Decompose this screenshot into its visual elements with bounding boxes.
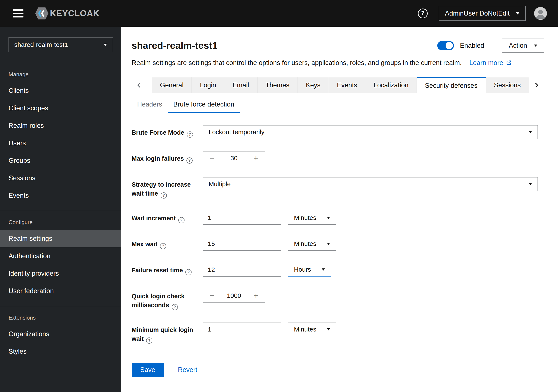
masthead: KEYCLOAK ? AdminUser DoNotEdit <box>0 0 558 27</box>
subtab-brute-force-detection[interactable]: Brute force detection <box>168 99 240 113</box>
wait-increment-input[interactable] <box>203 211 281 225</box>
action-dropdown-label: Action <box>509 42 527 50</box>
hamburger-menu-icon[interactable] <box>13 9 24 17</box>
page-description: Realm settings are settings that control… <box>132 58 462 67</box>
help-icon[interactable]: ? <box>178 217 184 223</box>
main-content: shared-realm-test1 Enabled Action Realm … <box>121 27 558 392</box>
form-row-quick-login-check: Quick login check milliseconds? − 1000 + <box>132 289 544 310</box>
tab-keys[interactable]: Keys <box>298 77 329 93</box>
user-menu-dropdown[interactable]: AdminUser DoNotEdit <box>439 6 526 21</box>
page-description-row: Realm settings are settings that control… <box>132 58 544 67</box>
tab-themes[interactable]: Themes <box>257 77 298 93</box>
sidebar-item-styles[interactable]: Styles <box>0 343 121 360</box>
failure-reset-time-unit-select[interactable]: Hours <box>288 263 331 276</box>
scroll-right-icon[interactable] <box>529 77 544 93</box>
wait-increment-unit-select[interactable]: Minutes <box>288 211 336 225</box>
brand-text: KEYCLOAK <box>50 8 99 18</box>
sub-tab-bar: Headers Brute force detection <box>132 99 544 113</box>
sidebar-item-clients[interactable]: Clients <box>0 82 121 100</box>
save-button[interactable]: Save <box>132 363 164 377</box>
field-label: Quick login check milliseconds? <box>132 289 203 310</box>
help-icon[interactable]: ? <box>146 337 152 344</box>
sidebar-item-organizations[interactable]: Organizations <box>0 325 121 343</box>
tab-security-defenses[interactable]: Security defenses <box>417 77 486 93</box>
minimum-quick-login-wait-unit-select[interactable]: Minutes <box>288 323 336 336</box>
minimum-quick-login-wait-input[interactable] <box>203 323 281 336</box>
sidebar-item-authentication[interactable]: Authentication <box>0 247 121 265</box>
chevron-down-icon <box>516 12 519 15</box>
field-label: Brute Force Mode? <box>132 125 203 138</box>
keycloak-logo: KEYCLOAK <box>35 6 99 21</box>
help-icon[interactable]: ? <box>172 304 178 310</box>
brute-force-mode-select[interactable]: Lockout temporarily <box>203 125 538 139</box>
nav-section-title: Extensions <box>0 315 121 325</box>
max-wait-input[interactable] <box>203 237 281 250</box>
tab-general[interactable]: General <box>152 77 192 93</box>
sidebar-item-user-federation[interactable]: User federation <box>0 282 121 300</box>
nav-section-manage: Manage Clients Client scopes Realm roles… <box>0 63 121 206</box>
tab-email[interactable]: Email <box>224 77 257 93</box>
toggle-knob <box>445 42 453 49</box>
field-label: Failure reset time? <box>132 263 203 275</box>
page-title: shared-realm-test1 <box>132 40 218 51</box>
learn-more-link[interactable]: Learn more <box>469 59 512 67</box>
plus-button[interactable]: + <box>247 151 265 165</box>
sidebar-item-users[interactable]: Users <box>0 134 121 152</box>
help-icon[interactable]: ? <box>186 158 193 164</box>
chevron-down-icon <box>534 44 537 47</box>
stepper-value[interactable]: 1000 <box>221 289 247 302</box>
external-link-icon <box>506 60 512 66</box>
field-label-text: Failure reset time <box>132 267 183 274</box>
help-icon[interactable]: ? <box>161 192 167 199</box>
sidebar-item-client-scopes[interactable]: Client scopes <box>0 100 121 117</box>
tab-sessions[interactable]: Sessions <box>486 77 529 93</box>
max-wait-unit-select[interactable]: Minutes <box>288 237 336 250</box>
avatar[interactable] <box>534 7 547 20</box>
stepper-value[interactable]: 30 <box>221 151 247 165</box>
realm-selector-value: shared-realm-test1 <box>14 41 68 48</box>
select-value: Lockout temporarily <box>209 128 264 136</box>
subtab-headers[interactable]: Headers <box>132 99 168 113</box>
user-menu-label: AdminUser DoNotEdit <box>445 9 510 17</box>
minus-button[interactable]: − <box>203 151 221 165</box>
plus-button[interactable]: + <box>247 289 265 302</box>
chevron-down-icon <box>529 183 532 185</box>
tab-localization[interactable]: Localization <box>365 77 417 93</box>
field-label-text: Wait increment <box>132 215 176 222</box>
select-value: Hours <box>294 266 311 273</box>
scroll-left-icon[interactable] <box>132 77 147 93</box>
sidebar-item-identity-providers[interactable]: Identity providers <box>0 265 121 282</box>
help-icon[interactable]: ? <box>185 269 192 275</box>
sidebar-item-realm-roles[interactable]: Realm roles <box>0 117 121 134</box>
chevron-down-icon <box>327 243 330 245</box>
nav-section-configure: Configure Realm settings Authentication … <box>0 211 121 301</box>
max-login-failures-stepper: − 30 + <box>203 151 265 165</box>
nav-section-extensions: Extensions Organizations Styles <box>0 306 121 362</box>
form-row-strategy: Strategy to increase wait time? Multiple <box>132 177 544 199</box>
sidebar-item-events[interactable]: Events <box>0 187 121 204</box>
sidebar-item-realm-settings[interactable]: Realm settings <box>0 230 121 247</box>
minus-button[interactable]: − <box>203 289 221 302</box>
help-icon[interactable]: ? <box>418 8 428 18</box>
brute-force-form: Brute Force Mode? Lockout temporarily Ma… <box>132 125 544 392</box>
chevron-down-icon <box>529 131 532 133</box>
failure-reset-time-input[interactable] <box>203 263 281 276</box>
revert-button[interactable]: Revert <box>178 366 197 374</box>
realm-selector[interactable]: shared-realm-test1 <box>9 37 113 52</box>
field-label: Max login failures? <box>132 151 203 164</box>
tab-login[interactable]: Login <box>192 77 224 93</box>
enabled-toggle[interactable] <box>437 41 454 50</box>
nav-section-title: Manage <box>0 71 121 82</box>
action-dropdown[interactable]: Action <box>502 39 544 53</box>
help-icon[interactable]: ? <box>160 243 166 249</box>
strategy-select[interactable]: Multiple <box>203 177 538 191</box>
help-icon-glyph: ? <box>421 10 425 17</box>
sidebar-item-groups[interactable]: Groups <box>0 152 121 169</box>
sidebar-item-sessions[interactable]: Sessions <box>0 169 121 187</box>
tab-events[interactable]: Events <box>329 77 366 93</box>
help-icon[interactable]: ? <box>187 132 193 138</box>
field-label-text: Minimum quick login wait <box>132 326 193 342</box>
form-actions: Save Revert <box>132 363 544 392</box>
quick-login-check-stepper: − 1000 + <box>203 289 265 302</box>
learn-more-label: Learn more <box>469 59 503 67</box>
